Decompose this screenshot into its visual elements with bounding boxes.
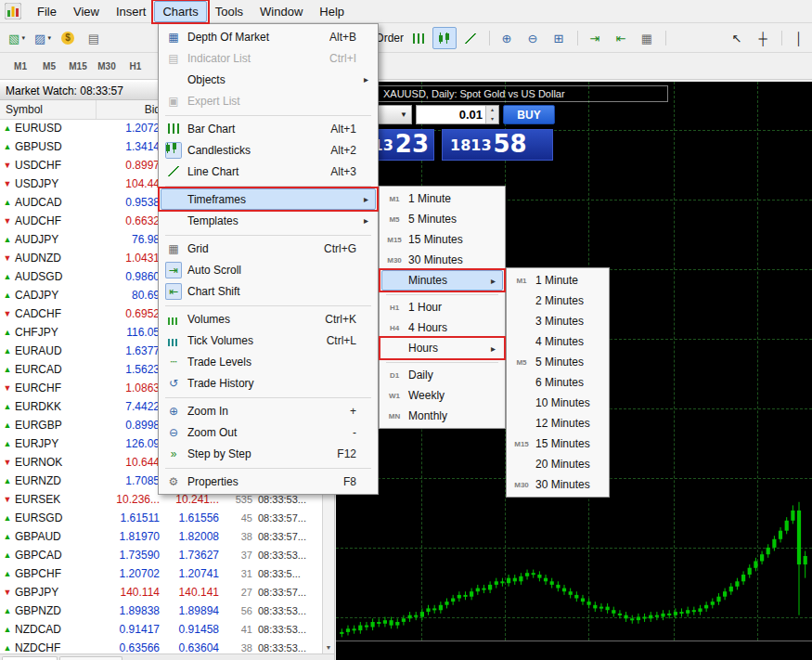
- submenu-arrow-icon: ▸: [364, 215, 375, 226]
- menu-item[interactable]: 2 Minutes: [509, 291, 607, 311]
- menu-item[interactable]: ▣ Expert List: [161, 90, 376, 111]
- menu-item[interactable]: H1 1 Hour: [381, 297, 503, 317]
- ask-price: 1.20741: [160, 567, 219, 580]
- menu-item[interactable]: Tick Volumes Ctrl+L: [161, 330, 376, 351]
- menu-item[interactable]: D1 Daily: [381, 365, 503, 385]
- menu-item[interactable]: 6 Minutes: [509, 372, 607, 393]
- spin-down-icon[interactable]: ▾: [486, 115, 498, 124]
- cursor-icon-button[interactable]: ↖: [725, 27, 749, 49]
- menu-item[interactable]: M5 5 Minutes: [381, 209, 503, 229]
- menu-item-minutes[interactable]: Minutes ▸: [381, 270, 503, 291]
- menu-item[interactable]: ↺ Trade History: [161, 372, 376, 394]
- spread-value: 37: [219, 550, 252, 561]
- menu-item[interactable]: 12 Minutes: [509, 413, 607, 434]
- market-watch-tab[interactable]: Symbols: [2, 656, 58, 660]
- menubar-item[interactable]: View: [65, 1, 108, 22]
- menu-item[interactable]: MN Monthly: [381, 406, 503, 426]
- bar-chart-icon-button[interactable]: [406, 27, 431, 49]
- buy-price-panel[interactable]: 1813 58: [442, 129, 553, 161]
- menu-item[interactable]: Candlesticks Alt+2: [161, 139, 376, 161]
- menu-item[interactable]: ┄ Trade Levels: [161, 351, 376, 372]
- data-window-button[interactable]: ▤: [83, 27, 107, 49]
- menu-item[interactable]: 10 Minutes: [509, 393, 607, 413]
- zoom-out-icon-button[interactable]: ⊖: [521, 27, 545, 49]
- menu-item[interactable]: ⊖ Zoom Out -: [161, 421, 376, 443]
- crosshair-icon-button[interactable]: ┼: [751, 27, 775, 49]
- lot-size-stepper[interactable]: ▴ ▾: [485, 106, 498, 123]
- timeframe-button[interactable]: H1: [122, 56, 148, 76]
- buy-button[interactable]: BUY: [503, 105, 555, 124]
- quote-time: 08:33:57...: [252, 512, 322, 524]
- menu-item-hours[interactable]: Hours ▸: [381, 338, 503, 358]
- menu-item[interactable]: H4 4 Hours: [381, 317, 503, 338]
- menu-item[interactable]: W1 Weekly: [381, 385, 503, 406]
- market-watch-coin-button[interactable]: $: [57, 27, 81, 49]
- market-watch-row[interactable]: NZDCAD 0.91417 0.91458 41 08:33:53...: [0, 620, 322, 639]
- menu-item[interactable]: M30 30 Minutes: [381, 250, 503, 270]
- menu-item[interactable]: M15 15 Minutes: [381, 229, 503, 250]
- menu-item[interactable]: M5 5 Minutes: [509, 352, 607, 372]
- symbol-name: AUDJPY: [15, 233, 93, 246]
- menu-item[interactable]: M15 15 Minutes: [509, 434, 607, 454]
- timeframe-button[interactable]: M15: [65, 56, 91, 76]
- menu-item[interactable]: Line Chart Alt+3: [161, 161, 376, 182]
- market-watch-row[interactable]: GBPCAD 1.73590 1.73627 37 08:33:53...: [0, 546, 322, 564]
- menu-item[interactable]: ⊕ Zoom In +: [161, 400, 376, 421]
- new-chart-button[interactable]: ▧ ▾: [5, 27, 29, 49]
- menu-item[interactable]: ▦ Depth Of Market Alt+B: [161, 26, 376, 47]
- symbol-name: GBPJPY: [15, 586, 93, 599]
- menu-item-timeframes[interactable]: Timeframes ▸: [161, 188, 376, 210]
- menu-item[interactable]: ⚙ Properties F8: [161, 471, 376, 492]
- menu-item: [161, 464, 376, 471]
- menu-item[interactable]: 4 Minutes: [509, 331, 607, 352]
- column-header-symbol[interactable]: Symbol: [0, 100, 97, 119]
- menu-item[interactable]: 3 Minutes: [509, 311, 607, 331]
- tick-direction-icon: [0, 253, 15, 263]
- zoom-in-icon-button[interactable]: ⊕: [495, 27, 519, 49]
- menu-item[interactable]: M30 30 Minutes: [509, 474, 607, 495]
- scroll-down-icon[interactable]: ▼: [323, 641, 334, 654]
- column-header-bid[interactable]: Bid: [97, 100, 163, 119]
- timeframe-button[interactable]: M5: [36, 56, 62, 76]
- market-watch-row[interactable]: GBPNZD 1.89838 1.89894 56 08:33:53...: [0, 602, 322, 620]
- bid-price: 0.6632: [93, 214, 160, 227]
- market-watch-row[interactable]: GBPCHF 1.20702 1.20741 31 08:33:5...: [0, 564, 322, 583]
- menubar-charts[interactable]: Charts: [154, 1, 206, 22]
- menu-item[interactable]: Templates ▸: [161, 210, 376, 231]
- menu-item[interactable]: » Step by Step F12: [161, 443, 376, 464]
- menubar-item[interactable]: Help: [311, 1, 353, 22]
- menu-item[interactable]: ⇥ Auto Scroll: [161, 259, 376, 280]
- market-watch-row[interactable]: GBPAUD 1.81970 1.82008 38 08:33:57...: [0, 527, 322, 546]
- menu-item[interactable]: ▦ Grid Ctrl+G: [161, 238, 376, 259]
- lot-size-input[interactable]: 0.01 ▴ ▾: [416, 105, 499, 124]
- menu-item[interactable]: Volumes Ctrl+K: [161, 308, 376, 330]
- menubar-item[interactable]: Insert: [108, 1, 155, 22]
- timeframe-button[interactable]: M30: [94, 56, 120, 76]
- chart-shift-icon-button[interactable]: ⇤: [609, 27, 633, 49]
- menu-item[interactable]: ▤ Indicator List Ctrl+I: [161, 47, 376, 69]
- menubar-item[interactable]: Tools: [207, 1, 251, 22]
- spin-up-icon[interactable]: ▴: [486, 106, 498, 115]
- vertical-line-icon-button[interactable]: │: [787, 27, 811, 49]
- menubar-item[interactable]: Window: [251, 1, 311, 22]
- menu-item[interactable]: 20 Minutes: [509, 454, 607, 474]
- menu-item-shortcut: Ctrl+I: [329, 52, 364, 65]
- menu-item[interactable]: M1 1 Minute: [509, 270, 607, 291]
- candlesticks-icon-button[interactable]: [432, 27, 457, 49]
- menu-item-icon: »: [161, 447, 186, 460]
- tile-windows-icon-button[interactable]: ⊞: [547, 27, 571, 49]
- timeframe-button[interactable]: M1: [7, 56, 33, 76]
- auto-scroll-icon-button[interactable]: ⇥: [583, 27, 607, 49]
- market-watch-tab[interactable]: Tick Chart: [59, 656, 122, 660]
- market-watch-row[interactable]: GBPJPY 140.114 140.141 27 08:33:57...: [0, 583, 322, 602]
- objects-list-icon-button[interactable]: ▦: [635, 27, 659, 49]
- market-watch-row[interactable]: EURSGD 1.61511 1.61556 45 08:33:57...: [0, 509, 322, 527]
- line-chart-icon-button[interactable]: [458, 27, 483, 49]
- menubar-item[interactable]: File: [29, 1, 65, 22]
- profiles-button[interactable]: ▨ ▾: [31, 27, 55, 49]
- menu-item[interactable]: ⇤ Chart Shift: [161, 280, 376, 302]
- menu-item[interactable]: Objects ▸: [161, 69, 376, 90]
- menu-item[interactable]: Bar Chart Alt+1: [161, 118, 376, 139]
- menu-item-icon: D1: [382, 371, 406, 380]
- menu-item[interactable]: M1 1 Minute: [381, 188, 503, 209]
